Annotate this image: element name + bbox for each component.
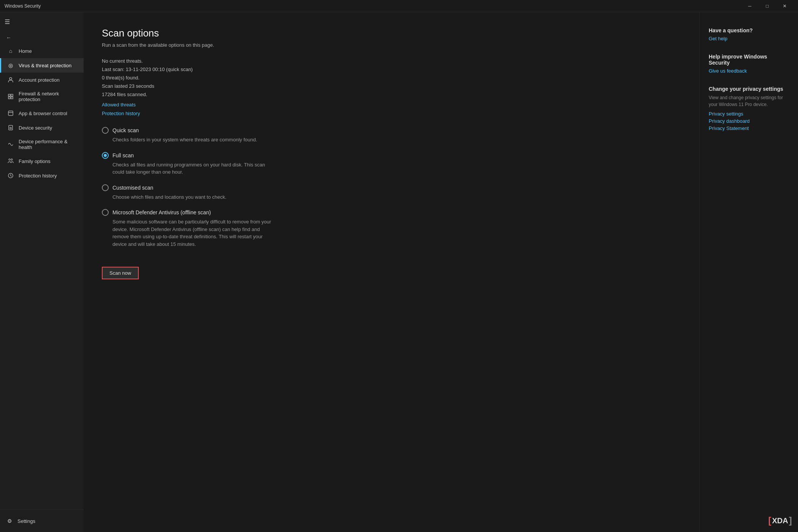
right-section-desc-privacy: View and change privacy settings for you… [709, 94, 789, 108]
svg-rect-2 [11, 94, 13, 96]
app-title: Windows Security [5, 3, 41, 9]
scan-now-button[interactable]: Scan now [102, 267, 139, 279]
svg-point-10 [11, 159, 13, 160]
allowed-threats-link[interactable]: Allowed threats [102, 102, 681, 108]
sidebar-item-label: Firewall & network protection [19, 91, 78, 102]
xda-watermark: [ XDA ] [768, 515, 792, 526]
sidebar-item-device-security[interactable]: Device security [0, 120, 84, 135]
scan-option-label-full: Full scan [112, 152, 134, 158]
xda-bracket-right: ] [789, 515, 792, 526]
scan-option-desc-offline: Some malicious software can be particula… [112, 218, 272, 248]
sidebar-item-label: Account protection [19, 77, 60, 83]
back-icon: ← [6, 35, 11, 41]
settings-nav-item[interactable]: ⚙ Settings [6, 515, 78, 527]
right-section-help: Have a question? Get help [709, 27, 789, 41]
radio-offline[interactable] [102, 209, 109, 216]
page-title: Scan options [102, 27, 681, 39]
right-panel: Have a question? Get help Help improve W… [699, 12, 798, 532]
page-subtitle: Run a scan from the available options on… [102, 42, 681, 48]
title-bar: Windows Security ─ □ ✕ [0, 0, 798, 12]
right-section-title-feedback: Help improve Windows Security [709, 54, 789, 66]
settings-icon: ⚙ [6, 518, 13, 524]
sidebar-item-label: App & browser control [19, 111, 67, 116]
scan-option-full[interactable]: Full scan Checks all files and running p… [102, 152, 681, 176]
settings-label: Settings [17, 518, 35, 524]
device-health-icon [7, 141, 14, 148]
scan-info-line3: 0 threat(s) found. [102, 74, 681, 82]
virus-icon: ◎ [7, 62, 14, 69]
scan-option-desc-custom: Choose which files and locations you wan… [112, 193, 272, 201]
svg-rect-4 [11, 97, 13, 99]
scan-info-line4: Scan lasted 23 seconds [102, 82, 681, 90]
right-section-title-privacy: Change your privacy settings [709, 86, 789, 92]
svg-point-8 [10, 127, 11, 129]
xda-bracket-left: [ [768, 515, 771, 526]
give-feedback-link[interactable]: Give us feedback [709, 68, 789, 74]
close-button[interactable]: ✕ [776, 0, 793, 12]
sidebar-item-label: Device security [19, 125, 52, 131]
xda-text: XDA [772, 516, 788, 525]
scan-option-desc-full: Checks all files and running programmes … [112, 161, 272, 176]
hamburger-icon[interactable]: ☰ [5, 18, 10, 25]
sidebar-item-virus[interactable]: ◎ Virus & threat protection [0, 58, 84, 73]
scan-option-header-full: Full scan [102, 152, 681, 159]
scan-option-label-custom: Customised scan [112, 185, 153, 191]
scan-option-label-quick: Quick scan [112, 127, 139, 133]
firewall-icon [7, 93, 14, 100]
privacy-settings-link[interactable]: Privacy settings [709, 111, 789, 117]
scan-info: No current threats. Last scan: 13-11-202… [102, 57, 681, 116]
sidebar-item-browser[interactable]: App & browser control [0, 106, 84, 120]
family-icon [7, 158, 14, 165]
scan-option-quick[interactable]: Quick scan Checks folders in your system… [102, 127, 681, 144]
maximize-button[interactable]: □ [758, 0, 776, 12]
svg-rect-1 [8, 94, 10, 96]
scan-option-desc-quick: Checks folders in your system where thre… [112, 136, 272, 144]
sidebar-nav: ⌂ Home ◎ Virus & threat protection Accou… [0, 44, 84, 510]
scan-info-line2: Last scan: 13-11-2023 00:10 (quick scan) [102, 65, 681, 74]
right-section-feedback: Help improve Windows Security Give us fe… [709, 54, 789, 74]
radio-inner-full [104, 154, 107, 157]
radio-full[interactable] [102, 152, 109, 159]
sidebar: ☰ ← ⌂ Home ◎ Virus & threat protection [0, 12, 84, 532]
svg-point-0 [10, 78, 12, 80]
minimize-button[interactable]: ─ [741, 0, 758, 12]
sidebar-footer: ⚙ Settings [0, 510, 84, 532]
sidebar-item-firewall[interactable]: Firewall & network protection [0, 87, 84, 106]
right-section-privacy: Change your privacy settings View and ch… [709, 86, 789, 131]
scan-option-custom[interactable]: Customised scan Choose which files and l… [102, 184, 681, 201]
radio-custom[interactable] [102, 184, 109, 191]
svg-rect-7 [9, 125, 13, 130]
scan-options: Quick scan Checks folders in your system… [102, 127, 681, 248]
protection-history-icon [7, 172, 14, 179]
scan-info-line5: 17284 files scanned. [102, 90, 681, 99]
radio-quick[interactable] [102, 127, 109, 134]
sidebar-item-label: Protection history [19, 173, 57, 179]
browser-icon [7, 110, 14, 117]
main-content: Scan options Run a scan from the availab… [84, 12, 699, 532]
home-icon: ⌂ [7, 48, 14, 54]
scan-info-line1: No current threats. [102, 57, 681, 65]
privacy-statement-link[interactable]: Privacy Statement [709, 125, 789, 131]
app-container: ☰ ← ⌂ Home ◎ Virus & threat protection [0, 12, 798, 532]
sidebar-item-account[interactable]: Account protection [0, 73, 84, 87]
privacy-dashboard-link[interactable]: Privacy dashboard [709, 118, 789, 124]
sidebar-item-protection-history[interactable]: Protection history [0, 168, 84, 183]
svg-rect-3 [8, 97, 10, 99]
scan-option-label-offline: Microsoft Defender Antivirus (offline sc… [112, 209, 211, 215]
sidebar-item-label: Virus & threat protection [19, 63, 71, 68]
svg-rect-5 [8, 111, 13, 116]
scan-option-header-quick: Quick scan [102, 127, 681, 134]
sidebar-top: ☰ [0, 15, 84, 32]
protection-history-link[interactable]: Protection history [102, 111, 681, 116]
account-icon [7, 76, 14, 83]
get-help-link[interactable]: Get help [709, 36, 789, 41]
sidebar-item-home[interactable]: ⌂ Home [0, 44, 84, 58]
sidebar-item-label: Device performance & health [19, 139, 78, 150]
right-section-title-help: Have a question? [709, 27, 789, 33]
sidebar-item-device-health[interactable]: Device performance & health [0, 135, 84, 154]
sidebar-item-label: Family options [19, 158, 51, 164]
sidebar-item-family[interactable]: Family options [0, 154, 84, 168]
sidebar-item-label: Home [19, 48, 32, 54]
back-button[interactable]: ← [0, 32, 84, 44]
scan-option-offline[interactable]: Microsoft Defender Antivirus (offline sc… [102, 209, 681, 248]
